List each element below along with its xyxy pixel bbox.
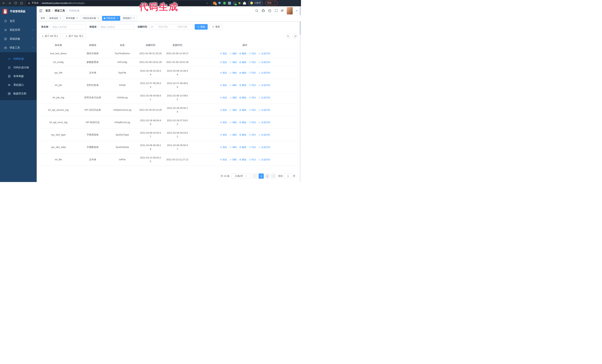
action-生成代码[interactable]: 生成代码 <box>258 108 270 112</box>
close-icon[interactable]: × <box>59 17 62 20</box>
sidebar-subitem-代码生成示例[interactable]: 代码生成示例 <box>0 63 37 72</box>
action-同步[interactable]: 同步 <box>249 52 256 55</box>
action-预览[interactable]: 预览 <box>220 52 227 55</box>
extension-icon[interactable]: on <box>233 2 236 5</box>
action-删除[interactable]: 删除 <box>239 108 246 112</box>
browser-home-icon[interactable] <box>20 1 23 5</box>
action-生成代码[interactable]: 生成代码 <box>258 84 270 87</box>
next-page-button[interactable] <box>271 174 276 179</box>
action-生成代码[interactable]: 生成代码 <box>258 61 270 64</box>
import-sql-button[interactable]: 基于 SQL 导入 <box>63 33 86 39</box>
action-生成代码[interactable]: 生成代码 <box>258 158 270 161</box>
tab-链路追踪[interactable]: 链路追踪 × <box>48 16 63 21</box>
page-size-select[interactable]: 10条/页 <box>232 174 250 179</box>
sidebar-subitem-表单构建[interactable]: 表单构建 <box>0 72 37 81</box>
action-预览[interactable]: 预览 <box>220 121 227 124</box>
action-生成代码[interactable]: 生成代码 <box>258 121 270 124</box>
browser-back-icon[interactable] <box>2 1 6 5</box>
extensions-puzzle-icon[interactable] <box>243 2 246 5</box>
breadcrumb-item[interactable]: 首页 <box>45 9 51 12</box>
close-icon[interactable]: × <box>97 17 99 20</box>
action-预览[interactable]: 预览 <box>220 71 227 74</box>
extension-shield-icon[interactable]: ✓ <box>223 2 226 5</box>
refresh-table-button[interactable] <box>292 33 298 39</box>
tab-表单构建[interactable]: 表单构建 × <box>64 16 80 21</box>
action-编辑[interactable]: 编辑 <box>229 61 237 64</box>
action-生成代码[interactable]: 生成代码 <box>258 71 270 74</box>
action-删除[interactable]: 删除 <box>239 96 246 99</box>
github-icon[interactable] <box>262 9 265 12</box>
action-编辑[interactable]: 编辑 <box>229 146 237 149</box>
sidebar-subitem-系统接口[interactable]: 系统接口 <box>0 81 37 89</box>
action-编辑[interactable]: 编辑 <box>229 133 237 136</box>
action-同步[interactable]: 同步 <box>249 158 256 161</box>
action-同步[interactable]: 同步 <box>249 84 256 87</box>
action-编辑[interactable]: 编辑 <box>229 108 237 112</box>
import-db-button[interactable]: 基于 DB 导入 <box>39 33 61 39</box>
sidebar-subitem-数据库文档[interactable]: 数据库文档 <box>0 89 37 98</box>
action-删除[interactable]: 删除 <box>239 158 246 161</box>
sidebar-item-研发工具[interactable]: 研发工具 <box>0 43 37 52</box>
search-button[interactable]: 搜索 <box>195 24 208 30</box>
window-scrollbar[interactable] <box>300 6 301 182</box>
action-生成代码[interactable]: 生成代码 <box>258 146 270 149</box>
tab-代码生成[interactable]: 代码生成 × <box>102 16 120 21</box>
action-编辑[interactable]: 编辑 <box>229 84 237 87</box>
action-同步[interactable]: 同步 <box>249 108 256 112</box>
table-desc-input[interactable] <box>98 24 134 30</box>
action-预览[interactable]: 预览 <box>220 158 227 161</box>
action-预览[interactable]: 预览 <box>220 96 227 99</box>
docs-question-icon[interactable] <box>268 9 271 12</box>
tab-代码生成示例[interactable]: 代码生成示例 × <box>81 16 101 21</box>
action-删除[interactable]: 删除 <box>239 52 246 55</box>
action-预览[interactable]: 预览 <box>220 84 227 87</box>
extension-icon[interactable]: 1 <box>213 2 216 5</box>
action-编辑[interactable]: 编辑 <box>229 52 237 55</box>
sidebar-item-基础设施[interactable]: 基础设施 <box>0 34 37 43</box>
action-生成代码[interactable]: 生成代码 <box>258 96 270 99</box>
action-删除[interactable]: 删除 <box>239 121 246 124</box>
action-编辑[interactable]: 编辑 <box>229 96 237 99</box>
action-编辑[interactable]: 编辑 <box>229 158 237 161</box>
action-删除[interactable]: 删除 <box>239 133 246 136</box>
action-同步[interactable]: 同步 <box>249 146 256 149</box>
user-avatar[interactable] <box>287 7 293 14</box>
action-同步[interactable]: 同步 <box>249 121 256 124</box>
action-同步[interactable]: 同步 <box>249 133 256 136</box>
address-bar[interactable]: 不安全 dashboard.yudao.iocoder.cn/tool/code… <box>26 1 211 6</box>
action-删除[interactable]: 删除 <box>239 146 246 149</box>
tab-系统接口[interactable]: 系统接口 × <box>121 16 137 21</box>
browser-profile-chip[interactable]: 已暂停 <box>248 1 263 5</box>
action-编辑[interactable]: 编辑 <box>229 71 237 74</box>
breadcrumb-item[interactable]: 研发工具 <box>55 9 65 12</box>
extension-monkey-icon[interactable] <box>238 2 241 5</box>
action-预览[interactable]: 预览 <box>220 133 227 136</box>
bookmark-star-icon[interactable]: ☆ <box>206 2 209 5</box>
close-icon[interactable]: × <box>133 17 135 20</box>
browser-update-button[interactable]: 更新 ⋮ <box>265 1 278 5</box>
action-预览[interactable]: 预览 <box>220 146 227 149</box>
browser-menu-kebab-icon[interactable]: ⋮ <box>273 2 276 4</box>
close-icon[interactable]: × <box>76 17 78 20</box>
toggle-search-button[interactable] <box>285 33 291 39</box>
sidebar-collapse-icon[interactable] <box>39 9 43 13</box>
action-同步[interactable]: 同步 <box>249 96 256 99</box>
close-icon[interactable]: × <box>116 17 118 20</box>
header-search-icon[interactable] <box>255 9 258 12</box>
font-size-icon[interactable]: tT <box>281 9 284 12</box>
goto-page-input[interactable] <box>284 174 292 179</box>
fullscreen-icon[interactable] <box>275 9 278 12</box>
tab-首页[interactable]: 首页 <box>39 16 47 21</box>
sidebar-item-系统管理[interactable]: 系统管理 <box>0 26 37 34</box>
sidebar-item-首页[interactable]: 首页 <box>0 17 37 26</box>
browser-forward-icon[interactable] <box>8 1 11 5</box>
action-预览[interactable]: 预览 <box>220 108 227 112</box>
sidebar-subitem-代码生成[interactable]: 代码生成 <box>0 54 37 63</box>
page-button-2[interactable]: 2 <box>265 174 270 179</box>
action-删除[interactable]: 删除 <box>239 71 246 74</box>
action-生成代码[interactable]: 生成代码 <box>258 52 270 55</box>
extension-icon[interactable] <box>228 2 231 5</box>
user-menu-caret-icon[interactable] <box>296 10 298 11</box>
action-生成代码[interactable]: 生成代码 <box>258 133 270 136</box>
extension-icon[interactable] <box>218 2 221 5</box>
